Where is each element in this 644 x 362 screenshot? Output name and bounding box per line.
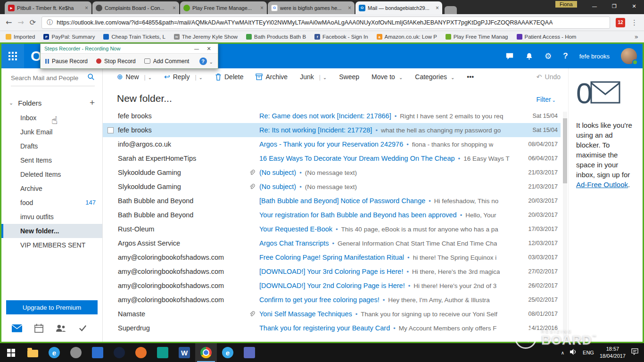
categories-button[interactable]: Categories	[415, 73, 454, 81]
stop-record-button[interactable]: Stop Record	[96, 58, 136, 65]
new-tab-button[interactable]	[445, 6, 457, 14]
bookmarks-overflow-icon[interactable]: »	[634, 33, 638, 41]
bell-icon[interactable]	[525, 52, 533, 60]
tab-close-icon[interactable]: ×	[260, 5, 264, 11]
bookmark-item[interactable]: PPayPal: Summary	[43, 34, 95, 40]
reply-button[interactable]: ↩ Reply	[164, 73, 203, 81]
calendar-icon[interactable]	[34, 324, 43, 335]
pause-record-button[interactable]: Pause Record	[45, 58, 88, 65]
email-row[interactable]: info@argos.co.ukArgos - Thank you for yo…	[103, 137, 561, 151]
tab-close-icon[interactable]: ×	[85, 5, 88, 11]
people-icon[interactable]	[56, 324, 66, 334]
new-button[interactable]: ⊕ New	[117, 73, 152, 81]
address-bar[interactable]: ⓘ https://outlook.live.com/owa/?id=64855…	[41, 16, 610, 29]
collapse-folders-icon[interactable]: ⌄	[9, 100, 13, 106]
email-row[interactable]: amy@coloringbookofshadows.comFree Colori…	[103, 250, 561, 264]
bookmark-item[interactable]: aAmazon.co.uk: Low P	[377, 34, 437, 40]
sidebar-item-food[interactable]: food147	[1, 196, 102, 210]
bookmark-item[interactable]: Cheap Train Tickets, L	[103, 34, 165, 40]
recorder-minimize-icon[interactable]: —	[190, 46, 203, 52]
ad-free-outlook-link[interactable]: Ad-Free Outlook	[576, 181, 628, 189]
email-row[interactable]: Slykooldude Gaming(No subject)(No messag…	[103, 165, 561, 180]
recorder-close-icon[interactable]: ✕	[203, 46, 215, 52]
tab-close-icon[interactable]: ×	[436, 5, 439, 11]
recorder-help-button[interactable]: ?	[199, 57, 213, 66]
email-row[interactable]: Bath Bubble and BeyondYour registration …	[103, 208, 561, 222]
email-row[interactable]: Bath Bubble and Beyond[Bath Bubble and B…	[103, 194, 561, 208]
bookmark-item[interactable]: Imported	[6, 34, 35, 40]
email-row[interactable]: fefe brooksRe: Its not working [Incident…	[103, 123, 561, 137]
scrollbar-thumb[interactable]	[563, 118, 567, 183]
minimize-icon[interactable]: —	[585, 0, 604, 12]
email-row[interactable]: amy@coloringbookofshadows.com[DOWNLOAD!]…	[103, 264, 561, 279]
chevron-down-icon[interactable]	[142, 73, 152, 81]
sidebar-item-new-folder[interactable]: New folder...	[1, 224, 102, 238]
browser-tab[interactable]: Complaints Board - Con...×	[92, 1, 179, 14]
adblock-extension-icon[interactable]: 12	[616, 18, 625, 27]
email-checkbox[interactable]	[107, 127, 114, 133]
email-row[interactable]: Slykooldude Gaming(No subject)(No messag…	[103, 180, 561, 194]
search-input[interactable]: Search Mail and People	[11, 73, 95, 86]
browser-menu-icon[interactable]: ⋮	[631, 18, 638, 27]
junk-button[interactable]: Junk	[300, 73, 327, 81]
archive-button[interactable]: Archive	[256, 73, 288, 81]
gear-icon[interactable]: ⚙	[545, 51, 552, 61]
bookmark-item[interactable]: itvThe Jeremy Kyle Show	[174, 34, 238, 40]
browser-tab[interactable]: ▶Pitbull - Timber ft. Ke$ha×	[5, 1, 91, 14]
sidebar-item-junk-email[interactable]: Junk Email	[1, 125, 102, 139]
scrollbar[interactable]	[563, 112, 567, 339]
taskbar-app-teal[interactable]	[152, 343, 173, 362]
email-row[interactable]: amy@coloringbookofshadows.comConfirm to …	[103, 293, 561, 307]
undo-button[interactable]: ↶ Undo	[537, 73, 561, 81]
move-to-button[interactable]: Move to	[372, 73, 403, 81]
taskbar-app-purple[interactable]	[239, 343, 260, 362]
refresh-icon[interactable]: ⟳	[30, 18, 36, 27]
page-info-icon[interactable]: ⓘ	[47, 18, 53, 27]
word[interactable]: W	[173, 343, 195, 362]
sidebar-item-sent-items[interactable]: Sent Items	[1, 153, 102, 167]
bookmark-item[interactable]: Patient Access - Hom	[517, 34, 577, 40]
taskbar-app-navy[interactable]	[108, 343, 130, 362]
action-center-icon[interactable]	[631, 348, 638, 357]
delete-button[interactable]: Delete	[215, 73, 243, 81]
upgrade-premium-button[interactable]: Upgrade to Premium	[6, 300, 98, 314]
bookmark-item[interactable]: Bath Products Bath B	[246, 34, 306, 40]
firefox[interactable]	[130, 343, 152, 362]
app-launcher-icon[interactable]	[1, 44, 24, 68]
start-button[interactable]	[0, 343, 22, 362]
sidebar-item-deleted-items[interactable]: Deleted Items	[1, 167, 102, 181]
back-icon[interactable]: ←	[6, 18, 12, 27]
email-row[interactable]: fefe brooksRe: Game does not work [Incid…	[103, 109, 561, 123]
email-row[interactable]: Rust-OleumYour Requested E-BookThis 40 p…	[103, 222, 561, 236]
sidebar-item-imvu-outfits[interactable]: imvu outfits	[1, 210, 102, 224]
sidebar-item-drafts[interactable]: Drafts	[1, 139, 102, 153]
chrome[interactable]	[195, 343, 217, 362]
language-indicator[interactable]: ENG	[583, 350, 594, 355]
maximize-icon[interactable]: ❐	[604, 0, 624, 12]
tasks-icon[interactable]	[78, 324, 87, 335]
tray-expand-icon[interactable]: ∧	[561, 350, 564, 355]
close-icon[interactable]: ✕	[624, 0, 644, 12]
chevron-down-icon[interactable]	[192, 73, 203, 81]
tab-close-icon[interactable]: ×	[173, 5, 176, 11]
email-row[interactable]: Sarah at ExpertHomeTips16 Easy Ways To D…	[103, 151, 561, 165]
taskbar-app-blue[interactable]	[87, 343, 108, 362]
bookmark-item[interactable]: fFacebook - Sign In	[314, 34, 368, 40]
browser-tab[interactable]: Play Free Time Manage...×	[180, 1, 267, 14]
mail-icon[interactable]	[12, 324, 22, 334]
email-row[interactable]: NamasteYoni Self Massage TechniquesThank…	[103, 307, 561, 321]
filter-button[interactable]: Filter	[536, 96, 556, 103]
chevron-down-icon[interactable]	[317, 73, 327, 81]
edge[interactable]: e	[43, 343, 65, 362]
browser-tab[interactable]: OMail — bondagebiatch29...×	[355, 1, 442, 14]
add-folder-icon[interactable]: +	[90, 98, 95, 108]
internet-explorer[interactable]: e	[217, 343, 239, 362]
sweep-button[interactable]: Sweep	[339, 73, 359, 81]
sidebar-item-archive[interactable]: Archive	[1, 181, 102, 196]
more-commands-button[interactable]: •••	[467, 73, 474, 81]
avatar[interactable]	[621, 48, 637, 64]
taskbar-app[interactable]	[65, 343, 87, 362]
help-icon[interactable]: ?	[563, 51, 568, 61]
file-explorer[interactable]	[22, 343, 43, 362]
tab-close-icon[interactable]: ×	[348, 5, 351, 11]
